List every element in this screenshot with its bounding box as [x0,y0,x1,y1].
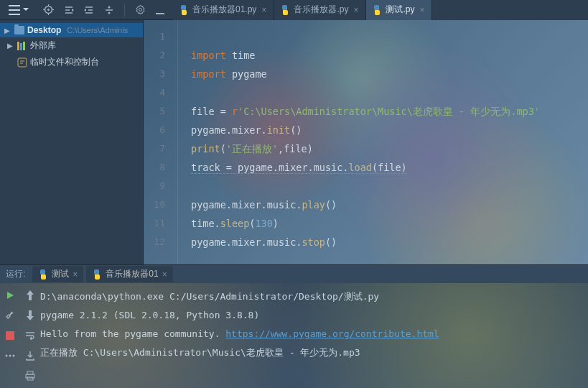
run-tab-label: 测试 [52,268,69,280]
collapse-icon[interactable] [64,5,74,15]
hamburger-icon [9,5,20,15]
close-icon[interactable]: × [260,5,268,15]
separator [124,4,125,17]
divide-icon[interactable] [104,5,114,15]
output-line: pygame 2.1.2 (SDL 2.0.18, Python 3.8.8) [40,306,588,325]
scratches-label: 临时文件和控制台 [30,56,99,68]
run-output-panel: D:\anaconda\python.exe C:/Users/Administ… [0,283,588,388]
line-gutter: 123456789101112 [144,20,176,264]
output-line: D:\anaconda\python.exe C:/Users/Administ… [40,287,588,306]
tab-label: 音乐播放器.py [294,4,348,16]
project-sidebar: ▶ Desktop C:\Users\Adminis ▶ 外部库 临时文件和控制… [0,20,144,264]
code-area[interactable]: import timeimport pygame file = r'C:\Use… [178,20,588,264]
svg-point-1 [47,9,50,11]
code-line [191,27,588,46]
folder-icon [14,26,24,34]
tab-label: 音乐播放器01.py [192,4,256,16]
output-link[interactable]: https://www.pygame.org/contribute.html [225,328,439,339]
python-file-icon [179,5,189,15]
output-line: Hello from the pygame community. https:/… [40,325,588,343]
code-line [191,177,588,195]
code-line: print('正在播放',file) [191,139,588,158]
chevron-right-icon: ▶ [7,42,14,50]
run-panel-tabs: 运行: 测试×音乐播放器01× [0,264,588,283]
svg-point-9 [13,355,15,357]
external-libs-label: 外部库 [30,40,56,52]
run-toolbar [0,283,40,388]
python-file-icon [92,269,102,280]
project-root-item[interactable]: ▶ Desktop C:\Users\Adminis [0,23,143,37]
export-icon[interactable] [24,349,37,362]
code-line: pygame.mixer.music.play() [191,195,588,214]
python-file-icon [38,269,48,280]
svg-rect-10 [27,371,33,374]
run-tab[interactable]: 测试× [32,266,83,282]
editor-tab[interactable]: 音乐播放器01.py× [173,0,274,20]
close-icon[interactable]: × [162,269,167,280]
code-line: track = pygame.mixer.music.load(file) [191,158,588,177]
svg-rect-6 [6,331,14,340]
gear-icon[interactable] [135,4,146,15]
code-line: file = r'C:\Users\Administrator\Music\老虎… [191,102,588,121]
editor-tab[interactable]: 音乐播放器.py× [274,0,366,20]
svg-point-3 [108,11,111,14]
svg-point-2 [108,6,111,8]
chevron-right-icon: ▶ [4,27,11,34]
close-icon[interactable]: × [352,5,360,15]
top-toolbar: 音乐播放器01.py×音乐播放器.py×测试.py× [0,0,588,20]
svg-point-7 [6,355,8,357]
code-line: pygame.mixer.music.stop() [191,233,588,251]
code-editor[interactable]: 123456789101112 import timeimport pygame… [144,20,588,264]
main-menu-button[interactable] [0,0,34,19]
svg-rect-5 [18,58,27,67]
close-icon[interactable]: × [418,5,426,15]
output-line: 正在播放 C:\Users\Administrator\Music\老虎歌皇 -… [40,343,588,362]
code-line: pygame.mixer.init() [191,121,588,139]
svg-point-4 [139,9,142,11]
editor-tab-bar: 音乐播放器01.py×音乐播放器.py×测试.py× [173,0,588,20]
arrow-up-icon[interactable] [24,289,37,302]
python-file-icon [280,5,290,15]
soft-wrap-icon[interactable] [24,329,37,342]
chevron-down-icon [23,8,29,11]
code-line: import time [191,46,588,65]
code-line: import pygame [191,65,588,83]
external-libs-item[interactable]: ▶ 外部库 [0,37,143,54]
console-output[interactable]: D:\anaconda\python.exe C:/Users/Administ… [40,283,588,388]
expand-icon[interactable] [84,5,94,15]
project-path: C:\Users\Adminis [67,26,128,34]
minimize-icon[interactable] [156,6,164,14]
scratches-item[interactable]: 临时文件和控制台 [0,54,143,70]
scratch-icon [17,57,27,68]
run-tab[interactable]: 音乐播放器01× [86,266,172,282]
stop-icon[interactable] [4,329,17,342]
rerun-icon[interactable] [4,289,17,302]
tab-label: 测试.py [386,4,414,16]
arrow-down-icon[interactable] [24,309,37,322]
run-tab-label: 音乐播放器01 [106,268,158,280]
run-panel-label: 运行: [6,268,31,280]
python-file-icon [372,5,382,15]
close-icon[interactable]: × [73,269,78,280]
more-icon[interactable] [4,349,17,362]
editor-tab[interactable]: 测试.py× [366,0,432,20]
wrench-icon[interactable] [4,309,17,322]
library-icon [17,42,27,50]
code-line [191,83,588,102]
target-icon[interactable] [43,4,54,15]
project-name: Desktop [27,25,61,35]
print-icon[interactable] [24,369,37,382]
svg-point-8 [9,355,11,357]
code-line: time.sleep(130) [191,214,588,233]
